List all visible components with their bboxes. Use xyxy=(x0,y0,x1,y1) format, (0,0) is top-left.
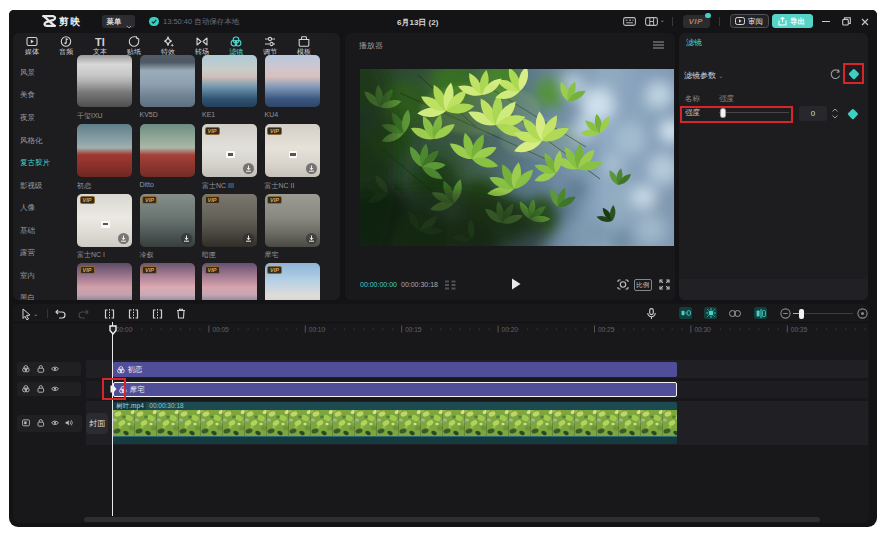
svg-text:00:15: 00:15 xyxy=(405,326,422,333)
svg-text:TI: TI xyxy=(95,36,105,47)
svg-text:00:10: 00:10 xyxy=(309,326,326,333)
svg-text:00:00: 00:00 xyxy=(116,326,133,333)
svg-text:00:20: 00:20 xyxy=(502,326,519,333)
svg-text:00:25: 00:25 xyxy=(598,326,615,333)
svg-text:00:05: 00:05 xyxy=(212,326,229,333)
svg-text:00:30: 00:30 xyxy=(694,326,711,333)
svg-text:00:35: 00:35 xyxy=(791,326,808,333)
